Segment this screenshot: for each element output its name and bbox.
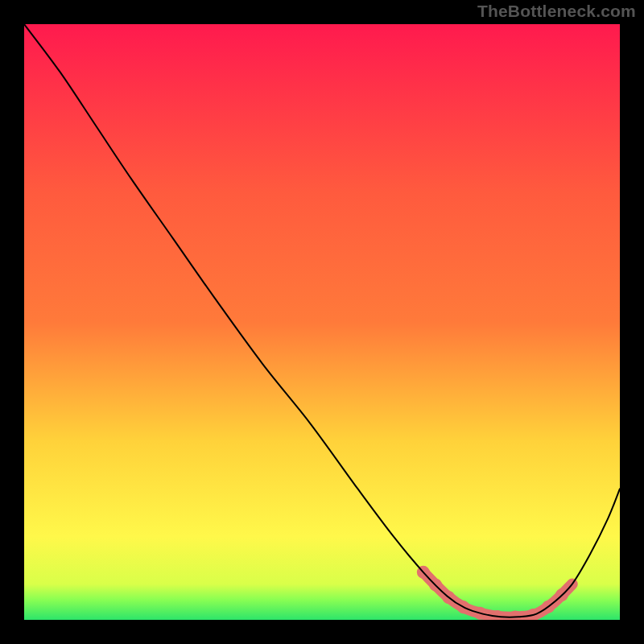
chart-svg (24, 24, 620, 620)
chart-stage: TheBottleneck.com (0, 0, 644, 644)
bottleneck-plot (24, 24, 620, 620)
gradient-background (24, 24, 620, 620)
watermark-text: TheBottleneck.com (477, 2, 636, 21)
